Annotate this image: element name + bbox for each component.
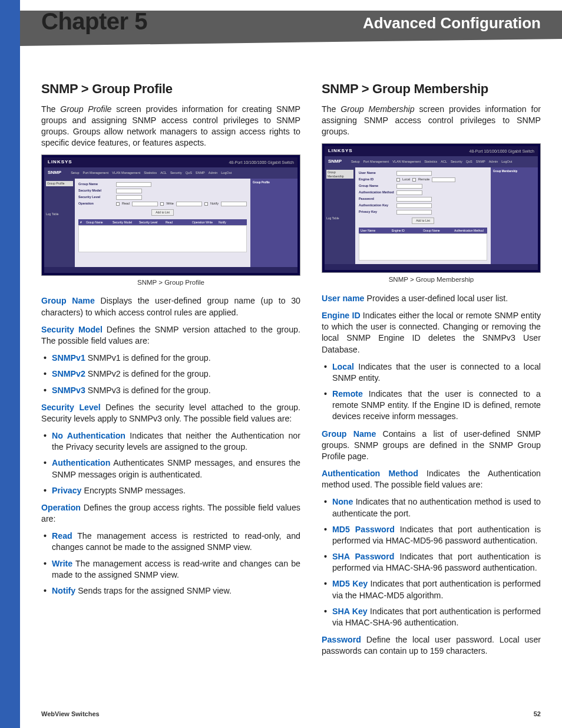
lbl: Password — [359, 197, 394, 201]
lbl: Local — [402, 177, 410, 182]
text: Sends traps for the assigned SNMP view. — [75, 586, 232, 595]
text: SNMPv1 is defined for the group. — [85, 353, 211, 363]
select — [176, 202, 202, 206]
text-emph: Group Profile — [60, 104, 111, 114]
section-title: Advanced Configuration — [363, 14, 541, 32]
add-button: Add to List — [151, 209, 174, 216]
lbl: Security Model — [78, 189, 114, 193]
list-item: SNMPv2 SNMPv2 is defined for the group. — [41, 368, 300, 380]
shot-help: Group Profile — [250, 179, 297, 267]
th: Security Level — [139, 220, 166, 225]
text: The management access is read-write and … — [52, 559, 300, 579]
nav-item: Port Management — [363, 160, 389, 164]
shot-footer — [325, 264, 538, 270]
select — [396, 190, 422, 195]
lbl: Notify — [210, 202, 219, 206]
page-footer: WebView Switches 52 — [41, 710, 541, 717]
term: Notify — [52, 586, 75, 595]
text: Indicates that the user is connected to … — [332, 362, 541, 383]
para: Security Model Defines the SNMP version … — [41, 324, 300, 347]
screenshot-group-profile: LINKSYS 48-Port 10/100/1000 Gigabit Swit… — [41, 154, 300, 276]
screenshot-caption: SNMP > Group Membership — [322, 275, 541, 285]
nav-item: Port Management — [83, 171, 109, 175]
para: Security Level Defines the security leve… — [41, 402, 300, 424]
radio — [396, 178, 400, 182]
term: Security Level — [41, 403, 101, 412]
nav-item: QoS — [186, 171, 192, 175]
checkbox — [160, 202, 164, 206]
nav-item: SNMP — [476, 160, 485, 164]
engine-id-list: Local Indicates that the user is connect… — [322, 361, 541, 423]
security-model-list: SNMPv1 SNMPv1 is defined for the group. … — [41, 353, 300, 396]
th: Read — [166, 220, 192, 225]
lbl: Read — [122, 202, 130, 206]
th: Engine ID — [392, 229, 423, 233]
input — [396, 197, 432, 202]
para: User name Provides a user-defined local … — [322, 293, 541, 304]
list-item: None Indicates that no authentication me… — [322, 496, 541, 519]
nav-item: Security — [451, 160, 462, 164]
para: Group Name Displays the user-defined gro… — [41, 295, 300, 318]
para: Authentication Method Indicates the Auth… — [322, 468, 541, 490]
nav-item: LogOut — [501, 160, 512, 164]
para: Operation Defines the group access right… — [41, 502, 300, 525]
input — [432, 177, 455, 182]
lbl: Group Name — [359, 184, 394, 188]
table-header: # Group Name Security Model Security Lev… — [78, 219, 247, 226]
left-intro: The Group Profile screen provides inform… — [41, 104, 300, 149]
chapter-title: Chapter 5 — [41, 8, 147, 35]
left-accent-bar — [0, 0, 20, 728]
shot-sidebar: Group Membership Log Table — [325, 167, 355, 265]
logo: LINKSYS — [48, 159, 72, 166]
logo: LINKSYS — [328, 148, 353, 154]
nav-item: Setup — [71, 171, 79, 175]
page-header: Chapter 5 Advanced Configuration — [20, 0, 562, 51]
th: Authentication Method — [454, 229, 485, 233]
shot-sidebar: Group Profile Log Table — [44, 179, 75, 267]
nav-item: Security — [170, 171, 182, 175]
sidebar-tab: Log Table — [326, 216, 353, 220]
text: SNMPv2 is defined for the group. — [85, 369, 211, 378]
list-item: MD5 Password Indicates that port authent… — [322, 524, 541, 546]
snmp-title: SNMP — [328, 159, 342, 165]
text: Indicates that the user is connected to … — [332, 389, 541, 421]
right-column: SNMP > Group Membership The Group Member… — [322, 80, 541, 663]
para: Engine ID Indicates either the local or … — [322, 310, 541, 355]
term: Operation — [41, 503, 81, 512]
nav-item: Admin — [489, 160, 498, 164]
term: Group Name — [41, 296, 95, 305]
list-item: Read The management access is restricted… — [41, 531, 300, 553]
list-item: SHA Key Indicates that port authenticati… — [322, 606, 541, 628]
list-item: Write The management access is read-writ… — [41, 558, 300, 581]
th: Security Model — [113, 220, 139, 225]
th: Operation Write — [192, 220, 219, 225]
text: The management access is restricted to r… — [52, 531, 300, 552]
text: Indicates that no authentication method … — [332, 497, 541, 518]
input — [396, 210, 432, 215]
list-item: SNMPv3 SNMPv3 is defined for the group. — [41, 385, 300, 396]
nav-item: VLAN Management — [392, 160, 421, 164]
shot-main: Group Name Security Model Security Level… — [75, 179, 250, 267]
nav-item: Statistics — [144, 171, 157, 175]
nav-item: ACL — [160, 171, 167, 175]
help-heading: Group Membership — [493, 170, 535, 173]
term: Privacy — [52, 486, 82, 495]
input — [396, 203, 432, 208]
list-item: Privacy Encrypts SNMP messages. — [41, 485, 300, 496]
shot-body: Group Membership Log Table User Name Eng… — [325, 167, 538, 265]
term: Security Model — [41, 325, 103, 334]
term: SNMPv1 — [52, 353, 85, 363]
shot-nav: SNMP Setup Port Management VLAN Manageme… — [325, 156, 538, 167]
model-label: 48-Port 10/100/1000 Gigabit Switch — [469, 149, 534, 154]
left-column: SNMP > Group Profile The Group Profile s… — [41, 80, 300, 663]
term: No Authentication — [52, 431, 125, 440]
help-heading: Group Profile — [253, 181, 295, 184]
radio — [412, 178, 416, 182]
content-columns: SNMP > Group Profile The Group Profile s… — [20, 51, 562, 663]
checkbox — [204, 202, 208, 206]
lbl: Security Level — [78, 195, 114, 199]
term: SHA Password — [332, 552, 394, 561]
shot-footer — [44, 267, 297, 273]
select — [116, 189, 142, 193]
term: SNMPv3 — [52, 386, 85, 395]
